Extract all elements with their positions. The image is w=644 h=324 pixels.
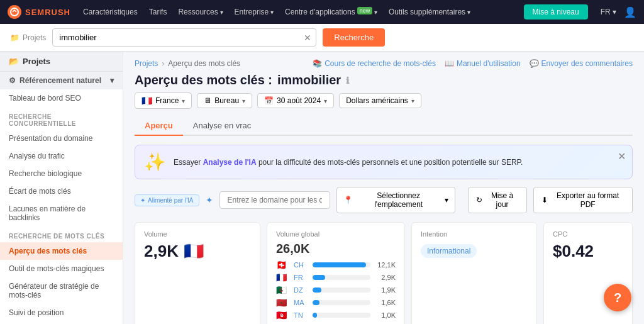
country-filter[interactable]: 🇫🇷 France ▾ xyxy=(135,92,192,109)
projects-nav[interactable]: 📁 Projets xyxy=(10,33,46,42)
sidebar-referencement-label: Référencement naturel xyxy=(19,76,101,85)
nav-outils[interactable]: Outils supplémentaires xyxy=(389,8,470,16)
ai-link[interactable]: Analyse de l'IA xyxy=(203,158,257,167)
sidebar-referencement-arrow: ▾ xyxy=(110,76,114,85)
sidebar-item-analyse-trafic[interactable]: Analyse du trafic xyxy=(0,147,123,165)
dz-code: DZ xyxy=(294,286,308,294)
country-flag: 🇫🇷 xyxy=(142,96,152,106)
device-filter[interactable]: 🖥 Bureau ▾ xyxy=(197,93,252,108)
nav-tarifs[interactable]: Tarifs xyxy=(149,8,167,16)
sidebar-item-informations-trafic[interactable]: Informations sur le trafic organique xyxy=(0,321,123,324)
intention-card: Intention Informational xyxy=(411,222,537,324)
device-icon: 🖥 xyxy=(204,96,211,105)
page-title-prefix: Aperçu des mots clés : xyxy=(135,73,272,87)
volume-global-value: 26,0K xyxy=(276,242,396,256)
date-filter[interactable]: 📅 30 août 2024 ▾ xyxy=(257,93,334,108)
device-arrow: ▾ xyxy=(242,98,245,104)
nav-entreprise[interactable]: Entreprise xyxy=(235,8,274,16)
intention-label: Intention xyxy=(421,230,528,238)
breadcrumb-feedback-link[interactable]: 💬 Envoyer des commentaires xyxy=(530,59,633,68)
currency-label: Dollars américains xyxy=(346,96,408,105)
intention-badge: Informational xyxy=(421,244,477,258)
export-button[interactable]: ⬇ Exporter au format PDF xyxy=(533,187,633,213)
sidebar-projects-header[interactable]: 📂 Projets xyxy=(0,52,123,72)
nav-right: FR ▾ 👤 xyxy=(601,6,636,18)
ai-icon: ✦ xyxy=(140,197,145,204)
breadcrumb-actions: 📚 Cours de recherche de mots-clés 📖 Manu… xyxy=(313,59,633,68)
domain-input[interactable] xyxy=(219,191,330,209)
sidebar-item-recherche-bio[interactable]: Recherche biologique xyxy=(0,165,123,182)
sparkle-icon: ✨ xyxy=(144,152,166,172)
sidebar: 📂 Projets ⚙ Référencement naturel ▾ Tabl… xyxy=(0,52,123,324)
location-button[interactable]: 📍 Sélectionnez l'emplacement ▾ xyxy=(336,187,455,213)
nav-centre[interactable]: Centre d'applicationsnew xyxy=(285,8,377,16)
nav-links: Caractéristiques Tarifs Ressources Entre… xyxy=(83,8,511,16)
update-button[interactable]: ↻ Mise à jour xyxy=(468,187,527,213)
fr-flag: 🇫🇷 xyxy=(276,272,289,282)
breadcrumb: Projets › Aperçu des mots clés 📚 Cours d… xyxy=(135,59,633,68)
toolbar: ✦ Alimenté par l'IA ✦ 📍 Sélectionnez l'e… xyxy=(135,187,633,213)
currency-arrow: ▾ xyxy=(411,98,414,104)
device-label: Bureau xyxy=(214,96,239,105)
breadcrumb-cours-link[interactable]: 📚 Cours de recherche de mots-clés xyxy=(313,59,436,68)
nav-ressources[interactable]: Ressources xyxy=(178,8,223,16)
search-wrap: ✕ xyxy=(52,28,316,47)
user-icon[interactable]: 👤 xyxy=(624,6,636,18)
country-row-fr: 🇫🇷 FR 2,9K xyxy=(276,272,396,282)
country-label: France xyxy=(155,96,179,105)
metrics-row-1: Volume 2,9K 🇫🇷 Volume global 26,0K 🇨🇭 CH… xyxy=(135,222,633,324)
tab-analyse-vrac[interactable]: Analyse en vrac xyxy=(183,116,262,136)
sidebar-item-presentation[interactable]: Présentation du domaine xyxy=(0,130,123,147)
language-selector[interactable]: FR ▾ xyxy=(601,8,616,16)
breadcrumb-projects-link[interactable]: Projets xyxy=(135,59,158,68)
sidebar-projects-label: Projets xyxy=(23,57,50,66)
page-title-keyword: immobilier xyxy=(277,73,341,87)
semrush-logo[interactable]: SEMRUSH xyxy=(8,5,70,19)
sidebar-item-generateur[interactable]: Générateur de stratégie de mots-clés xyxy=(0,277,123,304)
tab-apercu[interactable]: Aperçu xyxy=(135,116,183,136)
download-icon: ⬇ xyxy=(541,196,548,204)
currency-filter[interactable]: Dollars américains ▾ xyxy=(339,93,421,108)
main-content: Projets › Aperçu des mots clés 📚 Cours d… xyxy=(123,52,644,324)
cpc-label: CPC xyxy=(553,230,623,238)
country-arrow: ▾ xyxy=(182,98,185,104)
ai-banner-close[interactable]: ✕ xyxy=(618,150,626,162)
location-icon: 📍 xyxy=(343,196,353,204)
tabs: Aperçu Analyse en vrac xyxy=(135,116,633,136)
upgrade-button[interactable]: Mise à niveau xyxy=(524,4,588,20)
sidebar-item-suivi-position[interactable]: Suivi de position xyxy=(0,304,123,321)
search-clear-icon[interactable]: ✕ xyxy=(304,33,311,43)
logo-icon xyxy=(8,5,21,19)
country-row-ma: 🇲🇦 MA 1,6K xyxy=(276,298,396,308)
svg-point-0 xyxy=(11,8,18,16)
info-icon[interactable]: ℹ xyxy=(346,75,349,86)
plus-icon: ✦ xyxy=(206,195,213,205)
search-button[interactable]: Recherche xyxy=(323,28,385,47)
volume-value: 2,9K 🇫🇷 xyxy=(144,242,251,261)
volume-global-card: Volume global 26,0K 🇨🇭 CH 12,1K 🇫🇷 FR 2,… xyxy=(267,222,405,324)
date-icon: 📅 xyxy=(264,96,274,105)
sidebar-referencement[interactable]: ⚙ Référencement naturel ▾ xyxy=(0,72,123,89)
help-button[interactable]: ? xyxy=(604,284,631,311)
ch-code: CH xyxy=(294,261,308,269)
top-navigation: SEMRUSH Caractéristiques Tarifs Ressourc… xyxy=(0,0,644,24)
sidebar-item-lacunes[interactable]: Lacunes en matière de backlinks xyxy=(0,200,123,226)
sidebar-item-outil-magique[interactable]: Outil de mots-clés magiques xyxy=(0,260,123,277)
volume-flag: 🇫🇷 xyxy=(184,242,204,261)
tn-code: TN xyxy=(294,311,308,319)
ch-flag: 🇨🇭 xyxy=(276,260,289,270)
search-input[interactable] xyxy=(52,28,316,47)
sidebar-section-concurrentielle: RECHERCHE CONCURRENTIELLE xyxy=(0,107,123,130)
volume-global-label: Volume global xyxy=(276,230,396,238)
sidebar-item-tableau-bord[interactable]: Tableau de bord SEO xyxy=(0,89,123,107)
breadcrumb-current: Aperçu des mots clés xyxy=(168,59,240,68)
sidebar-item-apercu[interactable]: Aperçu des mots clés xyxy=(0,242,123,260)
sidebar-item-ecart[interactable]: Écart de mots clés xyxy=(0,182,123,200)
ma-flag: 🇲🇦 xyxy=(276,298,289,308)
refresh-icon: ↻ xyxy=(476,196,482,204)
breadcrumb-manuel-link[interactable]: 📖 Manuel d'utilisation xyxy=(445,59,521,68)
nav-caracteristiques[interactable]: Caractéristiques xyxy=(83,8,138,16)
date-label: 30 août 2024 xyxy=(277,96,321,105)
ma-code: MA xyxy=(294,299,308,306)
date-arrow: ▾ xyxy=(324,98,327,104)
